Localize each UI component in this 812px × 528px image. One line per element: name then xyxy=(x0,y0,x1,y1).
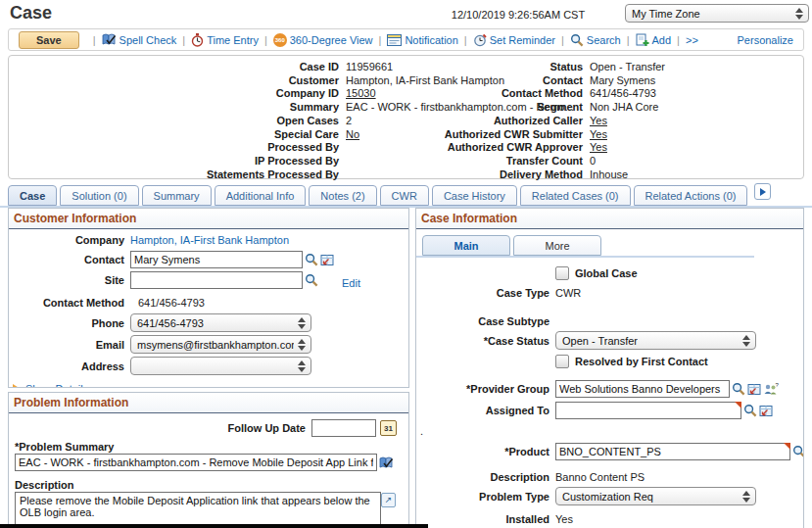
address-select[interactable] xyxy=(130,357,311,375)
show-details-link[interactable]: Show Details xyxy=(13,383,88,388)
problem-summary-input[interactable] xyxy=(15,454,377,471)
case-status-select-value: Open - Transfer xyxy=(562,335,638,347)
contact-link[interactable]: Mary Symens xyxy=(590,74,655,88)
description-textarea[interactable]: Please remove the Mobile Deposit Applica… xyxy=(15,492,381,528)
toolbar-separator: | xyxy=(677,34,680,46)
notification-label: Notification xyxy=(405,34,457,46)
expand-textarea-icon[interactable]: ↗ xyxy=(381,493,396,507)
site-input[interactable] xyxy=(130,271,303,289)
assigned-to-label: Assigned To xyxy=(416,405,555,416)
toolbar-separator: | xyxy=(627,34,630,46)
problem-type-label: Problem Type xyxy=(416,491,555,503)
problem-type-select[interactable]: Customization Req xyxy=(555,487,756,505)
site-label: Site xyxy=(9,274,130,286)
save-button[interactable]: Save xyxy=(19,31,79,49)
edit-link[interactable]: Edit xyxy=(342,277,360,289)
more-toolbar-actions-label: >> xyxy=(686,34,698,46)
company-id-link[interactable]: 15030 xyxy=(346,87,376,101)
company-id-label: Company ID xyxy=(9,87,339,101)
summary-row: Authorized CWR ApproverYes xyxy=(410,141,665,155)
toolbar-separator: | xyxy=(379,34,382,46)
personalize-link[interactable]: Personalize xyxy=(738,34,793,46)
calendar-icon[interactable]: 31 xyxy=(380,420,397,436)
contact-method-field-value: 641/456-4793 xyxy=(130,297,205,309)
transfer-icon[interactable] xyxy=(320,254,334,266)
email-select[interactable]: msymens@firstbankhampton.con xyxy=(130,335,311,354)
follow-up-date-input[interactable] xyxy=(311,419,376,437)
tab-summary[interactable]: Summary xyxy=(142,185,212,206)
current-datetime: 12/10/2019 9:26:56AM CST xyxy=(424,9,612,21)
case-info-subtabs: Main More xyxy=(422,235,803,256)
360-degree-view-button[interactable]: 360 360-Degree View xyxy=(273,33,373,47)
lookup-icon[interactable] xyxy=(305,273,318,287)
subtab-main[interactable]: Main xyxy=(422,235,510,256)
set-reminder-label: Set Reminder xyxy=(490,34,555,46)
authorized-cwr-approver-link[interactable]: Yes xyxy=(590,141,607,155)
statements-processed-by-label: Statements Processed By xyxy=(9,168,339,182)
tab-case[interactable]: Case xyxy=(8,185,57,206)
contact-field-label: Contact xyxy=(9,254,130,265)
case-summary-right-column: StatusOpen - Transfer ContactMary Symens… xyxy=(410,61,665,181)
case-status-select[interactable]: Open - Transfer xyxy=(555,331,756,350)
select-stepper-icon xyxy=(298,317,307,329)
contact-input[interactable] xyxy=(130,251,303,268)
assigned-to-input[interactable] xyxy=(555,402,741,419)
customer-information-title: Customer Information xyxy=(9,209,408,229)
summary-row: Delivery MethodInhouse xyxy=(410,168,665,182)
spell-check-button[interactable]: Spell Check xyxy=(102,33,177,46)
team-members-icon[interactable]: ? xyxy=(763,382,779,396)
summary-row: StatusOpen - Transfer xyxy=(410,61,665,74)
authorized-cwr-submitter-label: Authorized CWR Submitter xyxy=(410,128,583,142)
case-information-panel: Case Information Main More Global Case C… xyxy=(415,208,804,528)
lookup-icon[interactable] xyxy=(792,445,804,458)
open-cases-label: Open Cases xyxy=(9,115,339,128)
provider-group-input[interactable] xyxy=(555,380,730,398)
summary-row: Contact Method641/456-4793 xyxy=(410,87,665,101)
description-label: Description xyxy=(15,479,408,491)
expand-triangle-icon xyxy=(13,384,21,388)
toolbar-separator: | xyxy=(561,34,564,46)
search-button[interactable]: Search xyxy=(570,33,621,47)
tab-additional-info[interactable]: Additional Info xyxy=(215,185,307,206)
spellcheck-icon xyxy=(102,33,117,46)
show-following-tabs-button[interactable] xyxy=(754,183,771,200)
reminder-clock-icon xyxy=(473,33,487,47)
lookup-icon[interactable] xyxy=(743,404,757,417)
spellcheck-icon[interactable] xyxy=(379,456,394,469)
add-button[interactable]: Add xyxy=(636,33,672,47)
delivery-method-label: Delivery Method xyxy=(410,168,583,182)
select-stepper-icon xyxy=(795,8,804,20)
company-label: Company xyxy=(9,234,130,246)
transfer-icon[interactable] xyxy=(747,383,761,396)
time-entry-button[interactable]: Time Entry xyxy=(191,33,259,47)
tab-related-cases[interactable]: Related Cases (0) xyxy=(520,185,631,206)
tab-case-history[interactable]: Case History xyxy=(432,185,517,206)
tab-solution[interactable]: Solution (0) xyxy=(60,185,138,206)
authorized-caller-link[interactable]: Yes xyxy=(590,115,607,128)
resolved-first-contact-checkbox[interactable] xyxy=(555,355,569,368)
set-reminder-button[interactable]: Set Reminder xyxy=(473,33,555,47)
tab-cwr[interactable]: CWR xyxy=(380,185,429,206)
transfer-icon[interactable] xyxy=(759,405,773,417)
company-link[interactable]: Hampton, IA-First Bank Hampton xyxy=(130,234,289,246)
authorized-cwr-submitter-link[interactable]: Yes xyxy=(590,128,607,142)
lookup-icon[interactable] xyxy=(732,382,745,396)
authorized-caller-label: Authorized Caller xyxy=(410,115,583,128)
lookup-icon[interactable] xyxy=(305,253,318,266)
tab-notes[interactable]: Notes (2) xyxy=(309,185,376,206)
special-care-link[interactable]: No xyxy=(346,128,359,142)
notification-button[interactable]: Notification xyxy=(387,34,457,46)
add-label: Add xyxy=(652,34,672,46)
more-toolbar-actions-button[interactable]: >> xyxy=(686,34,698,46)
subtab-more[interactable]: More xyxy=(513,235,601,256)
timezone-select-value: My Time Zone xyxy=(632,8,700,20)
timezone-select[interactable]: My Time Zone xyxy=(625,4,809,23)
global-case-checkbox[interactable] xyxy=(555,266,569,280)
customer-label: Customer xyxy=(9,74,339,88)
phone-select[interactable]: 641/456-4793 xyxy=(130,313,311,332)
product-input[interactable] xyxy=(555,443,790,460)
product-label: *Product xyxy=(416,446,555,457)
tab-related-actions[interactable]: Related Actions (0) xyxy=(634,185,748,206)
toolbar-separator: | xyxy=(93,34,96,46)
ip-processed-by-label: IP Processed By xyxy=(9,155,339,168)
